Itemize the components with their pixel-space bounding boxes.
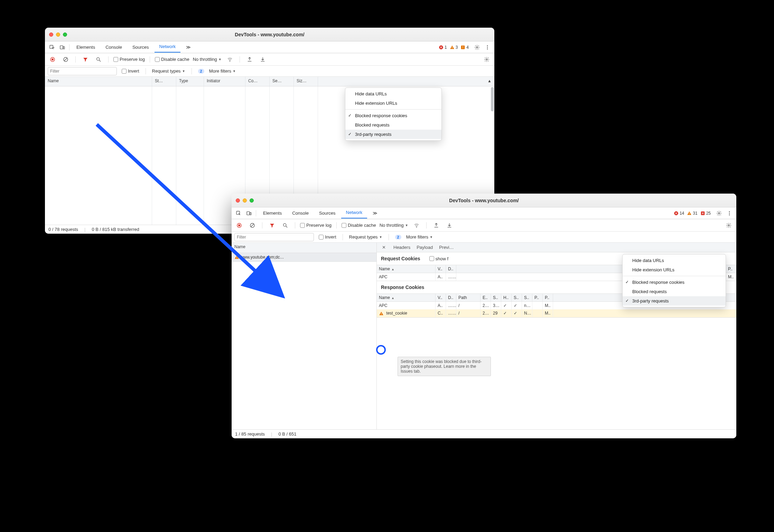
filter-icon[interactable] xyxy=(81,55,90,64)
info-badge[interactable]: 4 xyxy=(460,45,469,50)
invert-checkbox[interactable]: Invert xyxy=(319,234,336,240)
menu-hide-extension-urls[interactable]: Hide extension URLs xyxy=(345,99,441,108)
menu-blocked-response-cookies[interactable]: ✓Blocked response cookies xyxy=(623,278,726,287)
resp-head-name[interactable]: Name▲ xyxy=(377,294,436,301)
device-toolbar-icon[interactable] xyxy=(57,43,67,52)
wifi-icon[interactable] xyxy=(225,55,235,64)
record-icon[interactable] xyxy=(48,55,57,64)
titlebar[interactable]: DevTools - www.youtube.com/ xyxy=(45,28,494,41)
gear-icon[interactable] xyxy=(482,55,492,64)
cell: n… xyxy=(522,302,532,309)
tab-more[interactable]: ≫ xyxy=(368,208,382,218)
gear-icon[interactable] xyxy=(714,208,724,218)
throttle-select[interactable]: No throttling▼ xyxy=(380,223,408,228)
rc-head-p[interactable]: P.. xyxy=(726,265,736,273)
upload-icon[interactable] xyxy=(245,55,254,64)
col-name[interactable]: Name xyxy=(45,77,152,86)
traffic-lights[interactable] xyxy=(49,32,67,37)
filter-input[interactable] xyxy=(48,67,117,75)
gear-icon[interactable] xyxy=(472,43,482,52)
wifi-icon[interactable] xyxy=(412,221,421,230)
table-row-blocked[interactable]: test_cookie C.. ….. / 2… 29 ✓ ✓ N… M.. xyxy=(377,309,736,317)
more-filters-select[interactable]: More filters ▼ xyxy=(209,68,236,74)
menu-hide-extension-urls[interactable]: Hide extension URLs xyxy=(623,265,726,274)
resp-head[interactable]: E.. xyxy=(481,294,491,301)
tab-sources[interactable]: Sources xyxy=(128,43,154,52)
col-size[interactable]: Siz… xyxy=(294,77,318,86)
menu-blocked-requests[interactable]: Blocked requests xyxy=(345,120,441,130)
rc-cell: ….. xyxy=(446,273,456,281)
minimize-window-icon[interactable] xyxy=(56,32,60,37)
tab-more[interactable]: ≫ xyxy=(181,43,196,52)
scrollbar-thumb[interactable] xyxy=(491,87,494,111)
resp-head[interactable]: S.. xyxy=(491,294,501,301)
menu-blocked-requests[interactable]: Blocked requests xyxy=(623,287,726,296)
col-initiator[interactable]: Initiator xyxy=(204,77,245,86)
disable-cache-checkbox[interactable]: Disable cache xyxy=(155,57,189,62)
preserve-log-checkbox[interactable]: Preserve log xyxy=(113,57,145,62)
col-status[interactable]: St… xyxy=(152,77,176,86)
resp-head[interactable]: V.. xyxy=(436,294,446,301)
resp-head[interactable]: S.. xyxy=(522,294,532,301)
svg-rect-44 xyxy=(381,314,381,315)
rc-head-d[interactable]: D.. xyxy=(446,265,456,273)
menu-3rd-party-requests[interactable]: ✓3rd-party requests xyxy=(623,296,726,306)
svg-point-20 xyxy=(486,59,487,60)
menu-hide-data-urls[interactable]: Hide data URLs xyxy=(345,89,441,99)
close-detail-icon[interactable]: ✕ xyxy=(380,245,387,250)
svg-rect-14 xyxy=(52,58,53,60)
tab-elements[interactable]: Elements xyxy=(72,43,100,52)
resp-head[interactable]: H.. xyxy=(501,294,512,301)
invert-checkbox[interactable]: Invert xyxy=(122,68,139,74)
resp-head[interactable]: P.. xyxy=(543,294,553,301)
col-set[interactable]: Se… xyxy=(270,77,294,86)
col-waterfall[interactable]: ▲ xyxy=(318,77,494,86)
warning-badge[interactable]: 31 xyxy=(687,211,697,216)
info-badge[interactable]: 25 xyxy=(700,211,711,216)
download-icon[interactable] xyxy=(258,55,268,64)
dtab-payload[interactable]: Payload xyxy=(417,245,433,250)
clear-icon[interactable] xyxy=(61,55,71,64)
preserve-log-label: Preserve log xyxy=(120,57,145,62)
search-icon[interactable] xyxy=(94,55,103,64)
dtab-preview[interactable]: Previ… xyxy=(439,245,454,250)
cell: 3… xyxy=(491,302,501,309)
col-cookies[interactable]: Co… xyxy=(245,77,270,86)
disable-cache-checkbox[interactable]: Disable cache xyxy=(342,223,376,228)
resp-head[interactable]: P.. xyxy=(532,294,543,301)
resp-head[interactable]: D.. xyxy=(446,294,456,301)
error-badge[interactable]: 1 xyxy=(439,45,447,50)
kebab-menu-icon[interactable] xyxy=(483,43,492,52)
upload-icon[interactable] xyxy=(431,221,441,230)
menu-blocked-response-cookies[interactable]: ✓Blocked response cookies xyxy=(345,111,441,120)
tab-network[interactable]: Network xyxy=(155,42,181,53)
maximize-window-icon[interactable] xyxy=(63,32,67,37)
request-types-select[interactable]: Request types ▼ xyxy=(349,234,382,240)
tab-sources[interactable]: Sources xyxy=(314,208,341,218)
warning-badge[interactable]: 3 xyxy=(450,45,458,50)
rc-head-v[interactable]: V.. xyxy=(436,265,446,273)
error-badge[interactable]: 14 xyxy=(674,211,684,216)
svg-rect-2 xyxy=(63,47,64,49)
cell: 2… xyxy=(481,302,491,309)
tab-console[interactable]: Console xyxy=(101,43,127,52)
menu-hide-data-urls[interactable]: Hide data URLs xyxy=(623,256,726,265)
resp-head[interactable]: S.. xyxy=(512,294,522,301)
tab-network[interactable]: Network xyxy=(341,208,367,218)
download-icon[interactable] xyxy=(445,221,454,230)
request-types-select[interactable]: Request types ▼ xyxy=(152,68,185,74)
kebab-menu-icon[interactable] xyxy=(725,208,734,218)
dtab-headers[interactable]: Headers xyxy=(393,245,410,250)
inspect-icon[interactable] xyxy=(47,43,57,52)
close-window-icon[interactable] xyxy=(49,32,53,37)
svg-point-39 xyxy=(416,227,417,227)
cell: 2… xyxy=(481,309,491,317)
throttle-select[interactable]: No throttling▼ xyxy=(193,57,222,62)
rc-head-name[interactable]: Name▲ xyxy=(377,265,436,273)
gear-icon[interactable] xyxy=(724,221,734,230)
show-filtered-checkbox[interactable]: show f xyxy=(429,256,449,261)
resp-head[interactable]: Path xyxy=(456,294,481,301)
menu-3rd-party-requests[interactable]: ✓3rd-party requests xyxy=(345,130,441,139)
col-type[interactable]: Type xyxy=(176,77,204,86)
more-filters-select[interactable]: More filters ▼ xyxy=(406,234,433,240)
